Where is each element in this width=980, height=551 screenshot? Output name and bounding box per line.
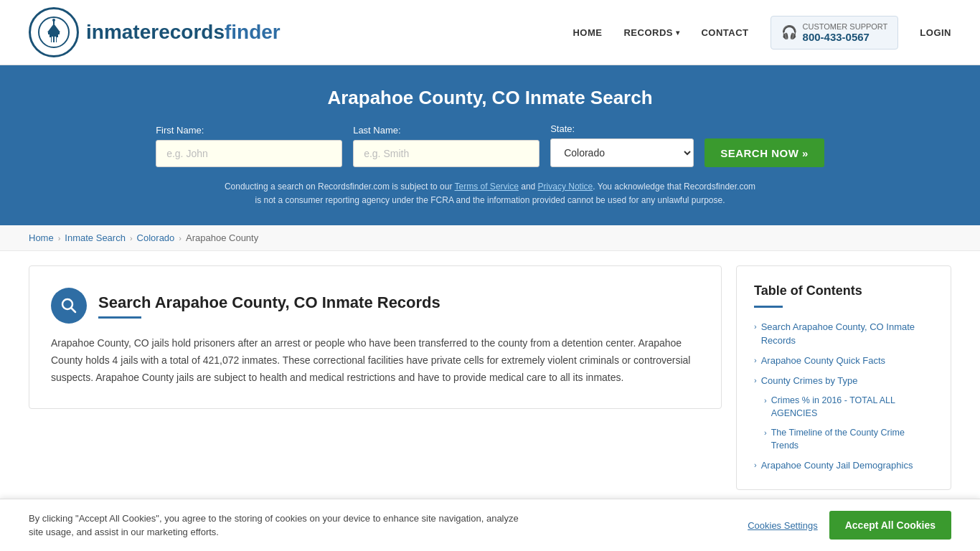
chevron-down-icon: ▾: [676, 29, 680, 37]
privacy-link[interactable]: Privacy Notice: [538, 182, 593, 192]
hero-disclaimer: Conducting a search on Recordsfinder.com…: [221, 180, 759, 207]
logo-icon: [29, 7, 79, 57]
toc-card: Table of Contents › Search Arapahoe Coun…: [736, 265, 951, 490]
first-name-input[interactable]: [156, 140, 342, 167]
toc-chevron-icon-5: ›: [764, 428, 767, 437]
logo-text: inmaterecordsfinder: [86, 21, 281, 44]
card-body: Arapahoe County, CO jails hold prisoners…: [51, 335, 699, 386]
main-nav: HOME RECORDS ▾ CONTACT 🎧 CUSTOMER SUPPOR…: [573, 16, 951, 50]
svg-rect-7: [52, 37, 53, 42]
state-label: State:: [550, 123, 694, 134]
svg-rect-8: [55, 37, 56, 42]
last-name-group: Last Name:: [353, 125, 540, 167]
breadcrumb-home[interactable]: Home: [29, 232, 54, 243]
terms-link[interactable]: Terms of Service: [455, 182, 519, 192]
card-title-area: Search Arapahoe County, CO Inmate Record…: [98, 293, 440, 319]
breadcrumb-sep-2: ›: [130, 234, 133, 242]
state-group: State: Colorado Alabama Alaska Arizona A…: [550, 123, 694, 167]
toc-list: › Search Arapahoe County, CO Inmate Reco…: [754, 321, 933, 472]
svg-line-10: [72, 309, 76, 313]
toc-item-5: › The Timeline of the County Crime Trend…: [754, 427, 933, 452]
toc-link-1[interactable]: Search Arapahoe County, CO Inmate Record…: [761, 321, 933, 347]
last-name-label: Last Name:: [353, 125, 540, 136]
breadcrumb-sep-1: ›: [58, 234, 61, 242]
search-circle-icon: [51, 288, 87, 324]
breadcrumb-inmate-search[interactable]: Inmate Search: [65, 232, 126, 243]
title-underline: [98, 316, 141, 319]
toc-item-2: › Arapahoe County Quick Facts: [754, 354, 933, 367]
toc-link-5[interactable]: The Timeline of the County Crime Trends: [771, 427, 933, 452]
toc-link-6[interactable]: Arapahoe County Jail Demographics: [761, 459, 913, 472]
toc-link-4[interactable]: Crimes % in 2016 - TOTAL ALL AGENCIES: [771, 395, 933, 420]
content-right: Table of Contents › Search Arapahoe Coun…: [736, 265, 951, 490]
toc-item-1: › Search Arapahoe County, CO Inmate Reco…: [754, 321, 933, 347]
toc-title: Table of Contents: [754, 283, 933, 298]
last-name-input[interactable]: [353, 140, 540, 167]
main-card: Search Arapahoe County, CO Inmate Record…: [29, 265, 722, 408]
content-left: Search Arapahoe County, CO Inmate Record…: [29, 265, 736, 490]
toc-chevron-icon-4: ›: [764, 396, 767, 405]
breadcrumb-current: Arapahoe County: [186, 232, 258, 243]
first-name-group: First Name:: [156, 125, 342, 167]
svg-point-6: [52, 19, 55, 22]
nav-home[interactable]: HOME: [573, 27, 602, 38]
svg-rect-3: [48, 32, 60, 34]
toc-link-2[interactable]: Arapahoe County Quick Facts: [761, 354, 885, 367]
toc-divider: [754, 306, 783, 308]
toc-chevron-icon-6: ›: [754, 461, 757, 469]
card-header: Search Arapahoe County, CO Inmate Record…: [51, 288, 699, 324]
breadcrumb: Home › Inmate Search › Colorado › Arapah…: [0, 225, 980, 251]
toc-item-4: › Crimes % in 2016 - TOTAL ALL AGENCIES: [754, 395, 933, 420]
state-select[interactable]: Colorado Alabama Alaska Arizona Arkansas…: [550, 138, 694, 167]
toc-item-6: › Arapahoe County Jail Demographics: [754, 459, 933, 472]
support-label: CUSTOMER SUPPORT: [803, 22, 888, 31]
nav-login[interactable]: LOGIN: [920, 27, 951, 38]
hero-title: Arapahoe County, CO Inmate Search: [29, 87, 951, 109]
toc-item-3: › County Crimes by Type: [754, 375, 933, 387]
toc-chevron-icon-3: ›: [754, 376, 757, 385]
toc-link-3[interactable]: County Crimes by Type: [761, 375, 858, 387]
breadcrumb-state[interactable]: Colorado: [137, 232, 175, 243]
site-header: inmaterecordsfinder HOME RECORDS ▾ CONTA…: [0, 0, 980, 65]
toc-chevron-icon-1: ›: [754, 322, 757, 331]
toc-chevron-icon-2: ›: [754, 356, 757, 364]
card-title: Search Arapahoe County, CO Inmate Record…: [98, 293, 440, 312]
nav-records[interactable]: RECORDS ▾: [623, 27, 679, 38]
main-content: Search Arapahoe County, CO Inmate Record…: [0, 251, 980, 504]
support-info: CUSTOMER SUPPORT 800-433-0567: [803, 22, 888, 43]
customer-support-box: 🎧 CUSTOMER SUPPORT 800-433-0567: [771, 16, 899, 50]
nav-contact[interactable]: CONTACT: [701, 27, 748, 38]
search-button[interactable]: SEARCH NOW »: [705, 138, 824, 167]
support-phone[interactable]: 800-433-0567: [803, 31, 888, 43]
logo-area: inmaterecordsfinder: [29, 7, 281, 57]
hero-section: Arapahoe County, CO Inmate Search First …: [0, 65, 980, 225]
search-form: First Name: Last Name: State: Colorado A…: [29, 123, 951, 167]
first-name-label: First Name:: [156, 125, 342, 136]
cookie-banner: By clicking "Accept All Cookies", you ag…: [0, 499, 980, 504]
phone-icon: 🎧: [781, 24, 797, 40]
breadcrumb-sep-3: ›: [179, 234, 182, 242]
